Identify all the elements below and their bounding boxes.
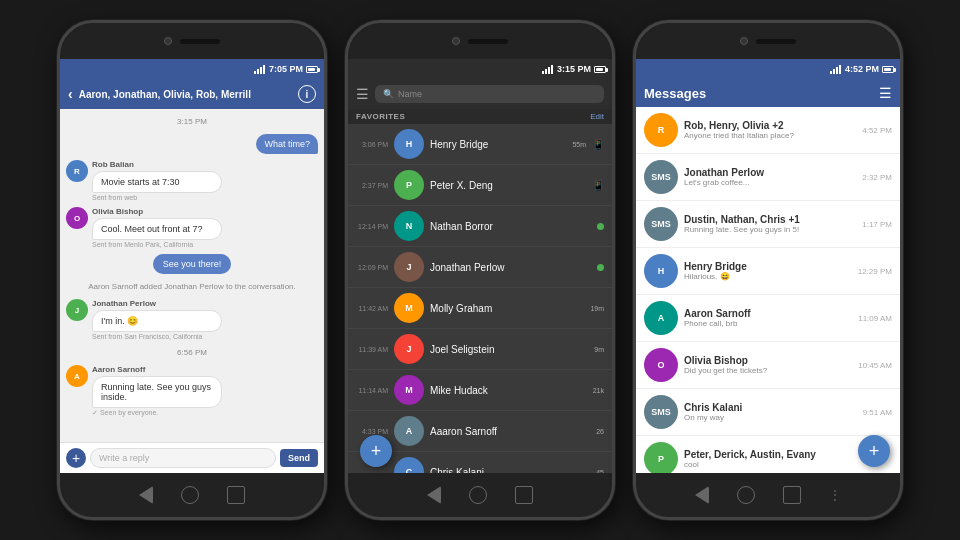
msg-preview-peter: cool — [684, 460, 886, 469]
home-nav-2[interactable] — [469, 486, 487, 504]
contact-joel[interactable]: 11:39 AM J Joel Seligstein 9m — [348, 329, 612, 370]
sub-jonathan: Sent from San Francisco, California — [92, 333, 318, 340]
fab-contacts[interactable]: + — [360, 435, 392, 467]
contact-time-joel: 11:39 AM — [356, 346, 388, 353]
contacts-header: ☰ 🔍 Name — [348, 79, 612, 109]
screen-2: 3:15 PM ☰ 🔍 Name FAVORITES Edit 3:06 PM … — [348, 59, 612, 473]
avatar-jonathan: J — [66, 299, 88, 321]
msg-item-asarnoff[interactable]: A Aaron Sarnoff Phone call, brb 11:09 AM — [636, 295, 900, 342]
name-jonathan: Jonathan Perlow — [430, 262, 591, 273]
bb1 — [830, 71, 832, 74]
contact-time-nathan: 12:14 PM — [356, 223, 388, 230]
msg-item-rob[interactable]: R Rob, Henry, Olivia +2 Anyone tried tha… — [636, 107, 900, 154]
contact-molly[interactable]: 11:42 AM M Molly Graham 19m — [348, 288, 612, 329]
b3 — [548, 67, 550, 74]
send-button[interactable]: Send — [280, 449, 318, 467]
msg-preview-henry: Hilarious. 😄 — [684, 272, 852, 281]
recent-nav-3[interactable] — [783, 486, 801, 504]
contact-jonathan[interactable]: 12:09 PM J Jonathan Perlow — [348, 247, 612, 288]
back-nav-1[interactable] — [139, 486, 153, 504]
time-label-2: 6:56 PM — [66, 348, 318, 357]
contacts-list: FAVORITES Edit 3:06 PM H Henry Bridge 55… — [348, 109, 612, 473]
device-peter: 📱 — [592, 180, 604, 191]
home-nav-3[interactable] — [737, 486, 755, 504]
msg-item-jperlow[interactable]: SMS Jonathan Perlow Let's grab coffee...… — [636, 154, 900, 201]
avatar-peter: P — [394, 170, 424, 200]
back-nav-3[interactable] — [695, 486, 709, 504]
phone-bottom-3: ⋮ — [636, 473, 900, 517]
msg-olivia: O Olivia Bishop Cool. Meet out front at … — [66, 207, 318, 248]
status-bar-3: 4:52 PM — [636, 59, 900, 79]
time-2: 3:15 PM — [557, 64, 591, 74]
screen-3: 4:52 PM Messages ☰ R Rob, Henry, Olivia … — [636, 59, 900, 473]
avatar-jonathan-c: J — [394, 252, 424, 282]
bubble-olivia: Cool. Meet out front at 7? — [92, 218, 222, 240]
avatar-rob: R — [66, 160, 88, 182]
screen-1: 7:05 PM ‹ Aaron, Jonathan, Olivia, Rob, … — [60, 59, 324, 473]
battery-2 — [594, 66, 606, 73]
msg-item-dustin[interactable]: SMS Dustin, Nathan, Chris +1 Running lat… — [636, 201, 900, 248]
msg-info-peter: Peter, Derick, Austin, Evany cool — [684, 449, 886, 469]
messages-menu-icon[interactable]: ☰ — [879, 85, 892, 101]
msg-time-dustin: 1:17 PM — [862, 220, 892, 229]
signal-3 — [830, 65, 841, 74]
fab-messages[interactable]: + — [858, 435, 890, 467]
msg-name-olivia: Olivia Bishop — [684, 355, 852, 366]
sender-jonathan: Jonathan Perlow — [92, 299, 318, 308]
msg-time-asarnoff: 11:09 AM — [858, 314, 892, 323]
avatar-chris: C — [394, 457, 424, 473]
name-joel: Joel Seligstein — [430, 344, 588, 355]
home-nav-1[interactable] — [181, 486, 199, 504]
msg-item-olivia[interactable]: O Olivia Bishop Did you get the tickets?… — [636, 342, 900, 389]
contact-henry[interactable]: 3:06 PM H Henry Bridge 55m 📱 — [348, 124, 612, 165]
device-henry: 📱 — [592, 139, 604, 150]
phone-top-3 — [636, 23, 900, 59]
info-button[interactable]: i — [298, 85, 316, 103]
search-icon: 🔍 — [383, 89, 394, 99]
msg-name-henry: Henry Bridge — [684, 261, 852, 272]
sub-olivia: Sent from Menlo Park, California — [92, 241, 318, 248]
time-1: 7:05 PM — [269, 64, 303, 74]
msg-avatar-jperlow: SMS — [644, 160, 678, 194]
messages-header: Messages ☰ — [636, 79, 900, 107]
contact-peter[interactable]: 2:37 PM P Peter X. Deng 📱 — [348, 165, 612, 206]
chat-header[interactable]: ‹ Aaron, Jonathan, Olivia, Rob, Merrill … — [60, 79, 324, 109]
messages-title: Messages — [644, 86, 706, 101]
attach-button[interactable]: + — [66, 448, 86, 468]
phone-bottom-2 — [348, 473, 612, 517]
sender-rob: Rob Balian — [92, 160, 318, 169]
msg-item-henry[interactable]: H Henry Bridge Hilarious. 😄 12:29 PM — [636, 248, 900, 295]
contact-mike[interactable]: 11:14 AM M Mike Hudack 21k — [348, 370, 612, 411]
phone-2: 3:15 PM ☰ 🔍 Name FAVORITES Edit 3:06 PM … — [345, 20, 615, 520]
phone-top-2 — [348, 23, 612, 59]
contact-nathan[interactable]: 12:14 PM N Nathan Borror — [348, 206, 612, 247]
chat-title: Aaron, Jonathan, Olivia, Rob, Merrill — [79, 89, 292, 100]
msg-aaron: A Aaron Sarnoff Running late. See you gu… — [66, 365, 318, 417]
avatar-henry: H — [394, 129, 424, 159]
edit-button[interactable]: Edit — [590, 112, 604, 121]
sender-aaron: Aaron Sarnoff — [92, 365, 318, 374]
recent-nav-1[interactable] — [227, 486, 245, 504]
chat-input-bar[interactable]: + Write a reply Send — [60, 442, 324, 473]
b1 — [542, 71, 544, 74]
msg-name-ckalani: Chris Kalani — [684, 402, 857, 413]
recent-nav-2[interactable] — [515, 486, 533, 504]
sender-olivia: Olivia Bishop — [92, 207, 318, 216]
msg-name-asarnoff: Aaron Sarnoff — [684, 308, 852, 319]
back-nav-2[interactable] — [427, 486, 441, 504]
speaker-3 — [756, 39, 796, 44]
b2 — [545, 69, 547, 74]
msg-info-ckalani: Chris Kalani On my way — [684, 402, 857, 422]
reply-input[interactable]: Write a reply — [90, 448, 276, 468]
name-aaaron: Aaaron Sarnoff — [430, 426, 590, 437]
bb4 — [839, 65, 841, 74]
msg-name-rob: Rob, Henry, Olivia +2 — [684, 120, 856, 131]
msg-olivia-content: Olivia Bishop Cool. Meet out front at 7?… — [92, 207, 318, 248]
contact-time-aaaron: 4:33 PM — [356, 428, 388, 435]
search-box[interactable]: 🔍 Name — [375, 85, 604, 103]
back-icon[interactable]: ‹ — [68, 86, 73, 102]
msg-info-dustin: Dustin, Nathan, Chris +1 Running late. S… — [684, 214, 856, 234]
messages-list: R Rob, Henry, Olivia +2 Anyone tried tha… — [636, 107, 900, 473]
menu-dots[interactable]: ⋮ — [829, 488, 841, 502]
msg-item-ckalani[interactable]: SMS Chris Kalani On my way 9:51 AM — [636, 389, 900, 436]
